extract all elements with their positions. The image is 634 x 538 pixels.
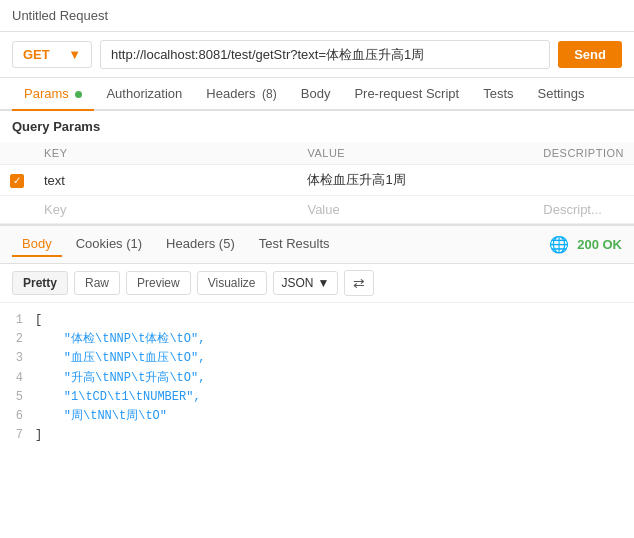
row-value-cell[interactable]: 体检血压升高1周 (297, 165, 533, 196)
code-line-1: 1 [ (0, 311, 634, 330)
col-key-header: KEY (34, 142, 297, 165)
format-raw-button[interactable]: Raw (74, 271, 120, 295)
table-row: ✓ text 体检血压升高1周 (0, 165, 634, 196)
chevron-down-icon: ▼ (318, 276, 330, 290)
format-bar: Pretty Raw Preview Visualize JSON ▼ ⇄ (0, 264, 634, 303)
response-status-area: 🌐 200 OK (549, 235, 622, 254)
url-input[interactable] (100, 40, 550, 69)
method-label: GET (23, 47, 50, 62)
placeholder-value[interactable]: Value (297, 196, 533, 224)
table-placeholder-row: Key Value Descript... (0, 196, 634, 224)
tab-tests[interactable]: Tests (471, 78, 525, 111)
row-desc-cell[interactable] (533, 165, 634, 196)
format-pretty-button[interactable]: Pretty (12, 271, 68, 295)
response-tabs: Body Cookies (1) Headers (5) Test Result… (0, 225, 634, 264)
tab-body[interactable]: Body (289, 78, 343, 111)
tab-authorization[interactable]: Authorization (94, 78, 194, 111)
status-ok: 200 OK (577, 237, 622, 252)
format-visualize-button[interactable]: Visualize (197, 271, 267, 295)
tab-settings[interactable]: Settings (526, 78, 597, 111)
response-code: 1 [ 2 "体检\tNNP\t体检\tO", 3 "血压\tNNP\t血压\t… (0, 303, 634, 453)
tab-headers[interactable]: Headers (8) (194, 78, 288, 111)
tab-pre-request[interactable]: Pre-request Script (342, 78, 471, 111)
response-tab-test-results[interactable]: Test Results (249, 232, 340, 257)
col-value-header: VALUE (297, 142, 533, 165)
code-line-3: 3 "血压\tNNP\t血压\tO", (0, 349, 634, 368)
placeholder-desc[interactable]: Descript... (533, 196, 634, 224)
globe-icon: 🌐 (549, 235, 569, 254)
query-params-table: KEY VALUE DESCRIPTION ✓ text 体检血压升高1周 Ke… (0, 142, 634, 224)
response-tab-cookies[interactable]: Cookies (1) (66, 232, 152, 257)
params-dot (75, 91, 82, 98)
method-select[interactable]: GET ▼ (12, 41, 92, 68)
format-preview-button[interactable]: Preview (126, 271, 191, 295)
code-line-2: 2 "体检\tNNP\t体检\tO", (0, 330, 634, 349)
response-tab-headers[interactable]: Headers (5) (156, 232, 245, 257)
col-desc-header: DESCRIPTION (533, 142, 634, 165)
chevron-down-icon: ▼ (68, 47, 81, 62)
tab-params[interactable]: Params (12, 78, 94, 111)
row-key-cell[interactable]: text (34, 165, 297, 196)
row-checkbox-cell[interactable]: ✓ (0, 165, 34, 196)
code-line-5: 5 "1\tCD\t1\tNUMBER", (0, 388, 634, 407)
code-line-4: 4 "升高\tNNP\t升高\tO", (0, 369, 634, 388)
request-tabs: Params Authorization Headers (8) Body Pr… (0, 78, 634, 111)
placeholder-key[interactable]: Key (34, 196, 297, 224)
send-button[interactable]: Send (558, 41, 622, 68)
col-checkbox (0, 142, 34, 165)
url-bar: GET ▼ Send (0, 32, 634, 78)
checkbox-checked-icon[interactable]: ✓ (10, 174, 24, 188)
code-line-6: 6 "周\tNN\t周\tO" (0, 407, 634, 426)
query-params-title: Query Params (0, 111, 634, 142)
response-tab-body[interactable]: Body (12, 232, 62, 257)
code-line-7: 7 ] (0, 426, 634, 445)
wrap-button[interactable]: ⇄ (344, 270, 374, 296)
format-type-select[interactable]: JSON ▼ (273, 271, 339, 295)
window-title: Untitled Request (0, 0, 634, 32)
